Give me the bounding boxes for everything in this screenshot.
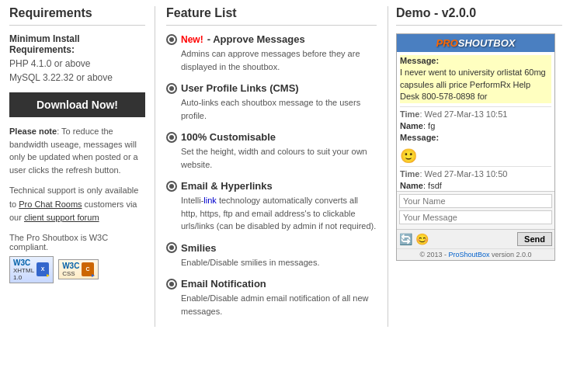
feature-title-text: Smilies (181, 242, 217, 254)
feature-title-text: 100% Customisable (181, 131, 276, 143)
features-heading: Feature List (166, 6, 377, 26)
your-name-input[interactable] (399, 194, 552, 208)
please-note-label: Please note (9, 127, 57, 136)
emoticon-icon[interactable]: 😊 (415, 233, 429, 245)
feature-desc-2: Set the height, width and colours to sui… (166, 145, 377, 171)
feature-desc-3: Intelli-link technology automatically co… (166, 194, 377, 233)
feature-circle-icon (166, 34, 177, 45)
shoutbox-action-icons: 🔄 😊 (399, 233, 429, 245)
smiley-icon: 🙂 (400, 147, 551, 165)
req-line2: MySQL 3.22.32 or above (9, 72, 113, 83)
w3c-badges: W3C XHTML 1.0 X W3C CSS C (9, 256, 145, 283)
feature-title-text: Email Notification (181, 278, 266, 290)
download-button[interactable]: Download Now! (9, 92, 145, 117)
w3c-text: The Pro Shoutbox is W3C compliant. (9, 233, 145, 252)
your-message-input[interactable] (399, 210, 552, 224)
svg-text:C: C (86, 266, 90, 272)
feature-desc-0: Admins can approve messages before they … (166, 47, 377, 73)
intelli-link[interactable]: link (203, 196, 217, 205)
shoutbox-input-area (397, 192, 554, 229)
shoutbox-footer-bar: 🔄 😊 Send (397, 229, 554, 248)
css-icon: C (81, 262, 95, 277)
min-req-label: Minimum Install Requirements: (9, 33, 145, 55)
w3c-css-badge: W3C CSS C (58, 259, 99, 279)
feature-title-text: Email & Hyperlinks (181, 180, 273, 192)
requirements-heading: Requirements (9, 6, 145, 26)
feature-desc-4: Enable/Disable smilies in messages. (166, 256, 377, 269)
feature-item-1: User Profile Links (CMS) Auto-links each… (166, 82, 377, 122)
feature-circle-icon (166, 132, 177, 143)
support-text: Technical support is only available to P… (9, 184, 145, 225)
feature-item-2: 100% Customisable Set the height, width … (166, 131, 377, 171)
req-line1: PHP 4.1.0 or above (9, 58, 91, 69)
shoutbox-header: PROSHOUTBOX (397, 34, 554, 52)
demo-column: Demo - v2.0.0 PROSHOUTBOX Message: I nev… (388, 6, 570, 327)
features-column: Feature List New! - Approve Messages Adm… (155, 6, 388, 327)
pro-chat-rooms-link[interactable]: Pro Chat Rooms (19, 199, 82, 209)
xhtml-icon: X (36, 262, 50, 277)
copyright-link[interactable]: ProShoutBox (449, 251, 490, 258)
shoutbox-widget: PROSHOUTBOX Message: I never went to uni… (396, 33, 555, 261)
send-button[interactable]: Send (517, 232, 552, 246)
feature-title-text: - Approve Messages (207, 33, 305, 45)
feature-circle-icon (166, 242, 177, 253)
shoutbox-message-1: Time: Wed 27-Mar-13 10:51 Name: fg Messa… (400, 109, 551, 144)
feature-item-5: Email Notification Enable/Disable admin … (166, 278, 377, 317)
logo-pro: PRO (436, 37, 458, 49)
logo-shoutbox: SHOUTBOX (458, 37, 516, 49)
demo-heading: Demo - v2.0.0 (396, 6, 562, 26)
shoutbox-copyright: © 2013 - ProShoutBox version 2.0.0 (397, 248, 554, 260)
requirements-column: Requirements Minimum Install Requirement… (0, 6, 155, 327)
feature-circle-icon (166, 181, 177, 192)
feature-desc-5: Enable/Disable admin email notification … (166, 292, 377, 317)
req-lines: PHP 4.1.0 or above MySQL 3.22.32 or abov… (9, 57, 145, 85)
feature-item-4: Smilies Enable/Disable smilies in messag… (166, 242, 377, 269)
shoutbox-message-0: Message: I never went to university orli… (400, 55, 551, 103)
feature-item-3: Email & Hyperlinks Intelli-link technolo… (166, 180, 377, 233)
feature-title-text: User Profile Links (CMS) (181, 82, 299, 94)
feature-item-0: New! - Approve Messages Admins can appro… (166, 33, 377, 73)
feature-new-badge: New! (181, 34, 203, 45)
feature-circle-icon (166, 279, 177, 290)
shoutbox-messages-area[interactable]: Message: I never went to university orli… (397, 52, 554, 192)
w3c-xhtml-badge: W3C XHTML 1.0 X (9, 256, 54, 283)
feature-circle-icon (166, 83, 177, 94)
shoutbox-message-2: Time: Wed 27-Mar-13 10:50 Name: fsdf Mes… (400, 168, 551, 192)
client-support-forum-link[interactable]: client support forum (24, 213, 99, 222)
shoutbox-logo: PROSHOUTBOX (400, 37, 551, 49)
please-note-text: Please note: To reduce the bandwidth use… (9, 125, 145, 176)
feature-desc-1: Auto-links each shoutbox message to the … (166, 96, 377, 122)
svg-text:X: X (41, 266, 45, 272)
refresh-icon[interactable]: 🔄 (399, 233, 412, 245)
